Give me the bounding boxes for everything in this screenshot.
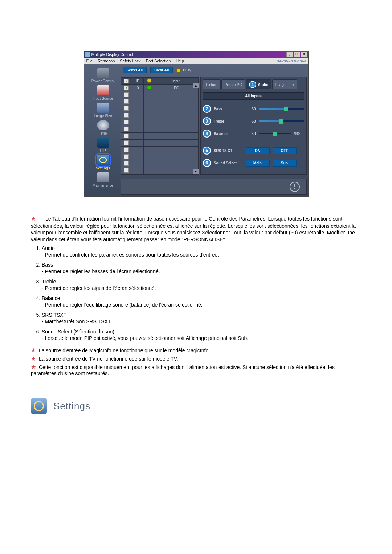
row-check-icon[interactable] <box>124 106 129 111</box>
sidebar-item-pip[interactable]: PIP <box>88 138 118 153</box>
treble-value: 50 <box>246 119 256 123</box>
toolbar: Select All Clear All Busy <box>121 66 307 75</box>
status-strip: ! <box>121 179 307 195</box>
callout-3: 3 <box>203 117 211 125</box>
settings-section-icon <box>31 398 47 414</box>
scroll-down-button[interactable]: ▼ <box>193 169 199 174</box>
menu-help[interactable]: Help <box>176 59 184 63</box>
power-icon <box>97 68 109 78</box>
row-id: 0 <box>132 85 143 91</box>
callout-2: 2 <box>203 105 211 113</box>
table-row[interactable] <box>121 105 198 112</box>
device-table-wrap: ▲ ▼ ID Input 0 <box>121 77 199 175</box>
table-row[interactable] <box>121 112 198 119</box>
header-status-icon <box>147 78 151 83</box>
row-check-icon[interactable] <box>124 147 129 152</box>
srs-on-button[interactable]: ON <box>246 147 270 154</box>
list-title: Treble <box>42 279 56 284</box>
sound-main-button[interactable]: Main <box>246 160 270 167</box>
select-all-button[interactable]: Select All <box>123 67 147 73</box>
settings-panel: Picture Picture PC 1 Audio Image Lock Al… <box>200 77 307 175</box>
table-row[interactable] <box>121 119 198 126</box>
col-id[interactable]: ID <box>132 78 143 85</box>
sidebar-item-input-source[interactable]: Input Source <box>88 85 118 100</box>
tab-image-lock[interactable]: Image Lock <box>272 79 298 89</box>
balance-slider[interactable] <box>259 133 291 134</box>
treble-label: Treble <box>214 119 243 123</box>
table-row[interactable] <box>121 133 198 140</box>
row-check-icon[interactable] <box>124 140 129 145</box>
tab-picture-pc[interactable]: Picture PC <box>221 79 245 89</box>
busy-label: Busy <box>183 68 191 72</box>
sidebar-item-image-size[interactable]: Image Size <box>88 103 118 118</box>
col-input[interactable]: Input <box>155 78 198 85</box>
maximize-button[interactable]: □ <box>294 52 300 57</box>
menu-port-selection[interactable]: Port Selection <box>146 59 171 63</box>
srs-label: SRS TS XT <box>214 149 243 153</box>
intro-note: ★ Le Tableau d'Information fournit l'inf… <box>31 215 361 243</box>
section-heading: Settings <box>31 398 361 414</box>
star-icon: ★ <box>31 216 36 222</box>
col-check[interactable] <box>121 78 132 85</box>
center-panel: Select All Clear All Busy ▲ ▼ <box>121 66 307 195</box>
list-desc: - Lorsque le mode PIP est activé, vous p… <box>42 335 361 341</box>
menu-safety-lock[interactable]: Safety Lock <box>120 59 140 63</box>
row-check-icon[interactable] <box>124 92 129 97</box>
list-desc: - Permet de contrôler les paramètres son… <box>42 252 361 258</box>
col-status[interactable] <box>143 78 155 85</box>
callout-6: 6 <box>203 159 211 167</box>
tab-audio[interactable]: 1 Audio <box>246 79 271 89</box>
table-row[interactable]: 0 PC <box>121 85 198 91</box>
row-check-icon[interactable] <box>124 161 129 166</box>
treble-row: 3 Treble 50 <box>203 117 304 125</box>
sidebar-label: Input Source <box>93 97 113 100</box>
list-title: Bass <box>42 262 53 268</box>
row-check-icon[interactable] <box>124 86 129 90</box>
list-title: Sound Select (Sélection du son) <box>42 329 114 335</box>
menu-remocon[interactable]: Remocon <box>98 59 115 63</box>
bass-slider[interactable] <box>259 108 304 110</box>
table-row[interactable] <box>121 160 198 167</box>
alert-icon: ! <box>290 182 300 192</box>
sidebar-label: PIP <box>100 149 106 153</box>
treble-slider[interactable] <box>259 120 304 122</box>
clear-all-button[interactable]: Clear All <box>150 67 173 73</box>
footnote-magicinfo: ★ La source d'entrée de MagicInfo ne fon… <box>31 347 361 354</box>
menu-file[interactable]: File <box>86 59 93 63</box>
list-item: SRS TSXT - Marche/Arrêt Son SRS TSXT <box>42 312 361 324</box>
input-source-icon <box>97 85 109 95</box>
app-body: Power Control Input Source Image Size Ti… <box>84 64 308 196</box>
separator <box>203 142 304 142</box>
srs-off-button[interactable]: OFF <box>273 147 297 154</box>
scroll-up-button[interactable]: ▲ <box>193 83 199 88</box>
row-check-icon[interactable] <box>124 134 129 138</box>
list-item: Bass - Permet de régler les basses de l'… <box>42 262 361 274</box>
close-button[interactable]: × <box>301 52 307 57</box>
row-check-icon[interactable] <box>124 127 129 131</box>
table-row[interactable] <box>121 140 198 147</box>
table-row[interactable] <box>121 147 198 153</box>
sidebar-label: Settings <box>96 166 110 170</box>
table-row[interactable] <box>121 91 198 98</box>
sidebar-item-power-control[interactable]: Power Control <box>88 68 118 83</box>
row-check-icon[interactable] <box>124 154 129 159</box>
sidebar-item-time[interactable]: Time <box>88 120 118 135</box>
tab-picture[interactable]: Picture <box>203 79 221 89</box>
srs-row: 5 SRS TS XT ON OFF <box>203 147 304 155</box>
sound-sub-button[interactable]: Sub <box>273 160 297 167</box>
list-item: Treble - Permet de régler les aigus de l… <box>42 279 361 291</box>
table-row[interactable] <box>121 167 198 174</box>
balance-label: Balance <box>214 132 243 136</box>
bass-value: 60 <box>246 107 256 111</box>
table-row[interactable] <box>121 126 198 133</box>
row-check-icon[interactable] <box>124 113 129 118</box>
table-row[interactable] <box>121 153 198 160</box>
row-check-icon[interactable] <box>124 120 129 124</box>
sound-select-row: 6 Sound Select Main Sub <box>203 159 304 167</box>
minimize-button[interactable]: _ <box>286 52 293 57</box>
row-check-icon[interactable] <box>124 168 129 173</box>
sidebar-item-settings[interactable]: Settings <box>88 155 118 170</box>
sidebar-item-maintenance[interactable]: Maintenance <box>88 172 118 188</box>
table-row[interactable] <box>121 98 198 105</box>
row-check-icon[interactable] <box>124 99 129 104</box>
